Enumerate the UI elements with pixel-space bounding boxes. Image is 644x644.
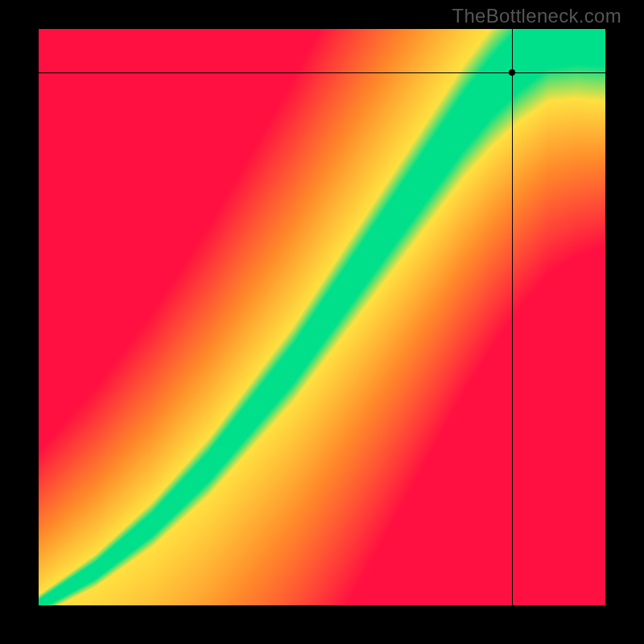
crosshair-vertical	[512, 29, 513, 605]
heatmap-plot	[39, 29, 605, 605]
crosshair-horizontal	[39, 72, 605, 73]
heatmap-canvas	[39, 29, 605, 605]
marker-point	[509, 69, 515, 76]
watermark-text: TheBottleneck.com	[452, 5, 621, 27]
